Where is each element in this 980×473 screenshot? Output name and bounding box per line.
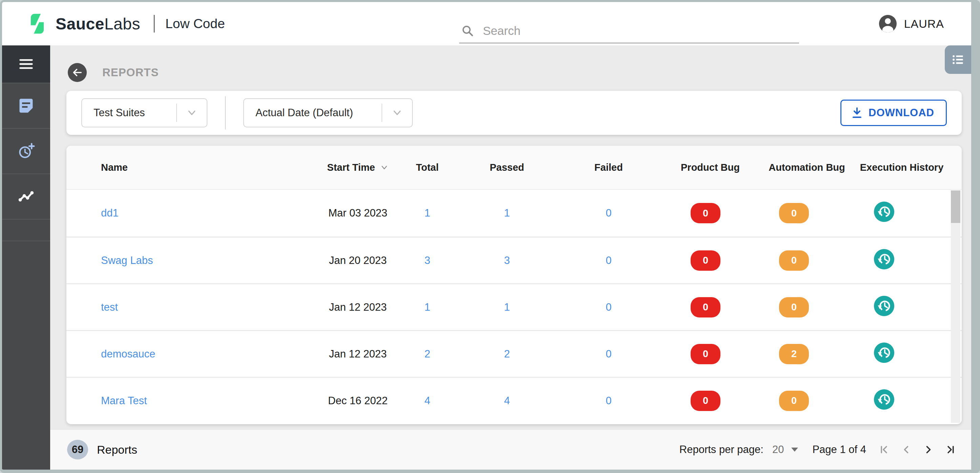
dropdown-arrow-icon bbox=[791, 448, 798, 452]
download-icon bbox=[851, 107, 863, 119]
brand-name: SauceLabs bbox=[56, 14, 140, 33]
history-icon bbox=[873, 342, 895, 363]
product-bug-badge: 0 bbox=[690, 203, 721, 223]
sidebar-item-documents[interactable] bbox=[2, 83, 50, 129]
list-icon bbox=[951, 52, 966, 67]
pagination-controls: Reports per page: 20 Page 1 of 4 bbox=[679, 443, 958, 456]
sidebar-item-schedules[interactable] bbox=[2, 129, 50, 174]
saucelabs-logo-icon bbox=[25, 11, 49, 36]
sort-chevron-icon bbox=[380, 163, 389, 172]
passed-link[interactable]: 1 bbox=[504, 207, 510, 219]
table-body: dd1 Mar 03 2023 1 1 0 0 0 Swag Labs Jan … bbox=[67, 190, 962, 424]
passed-link[interactable]: 2 bbox=[504, 348, 510, 360]
table-row: Swag Labs Jan 20 2023 3 3 0 0 0 bbox=[67, 237, 962, 283]
column-header-automation-bug: Automation Bug bbox=[761, 162, 853, 173]
first-page-button[interactable] bbox=[877, 443, 891, 456]
column-header-execution-history: Execution History bbox=[853, 162, 951, 173]
history-icon bbox=[873, 201, 895, 222]
table-row: Mara Test Dec 16 2022 4 4 0 0 0 bbox=[67, 377, 962, 424]
global-search bbox=[459, 24, 799, 43]
failed-link[interactable]: 0 bbox=[606, 207, 611, 219]
execution-history-button[interactable] bbox=[873, 389, 895, 410]
total-link[interactable]: 4 bbox=[424, 395, 430, 406]
table-footer: 69 Reports Reports per page: 20 Page 1 o… bbox=[50, 430, 971, 470]
scrollbar-thumb[interactable] bbox=[951, 190, 960, 223]
product-bug-badge: 0 bbox=[690, 250, 721, 271]
previous-page-button[interactable] bbox=[899, 443, 913, 456]
brand-name-light: Labs bbox=[104, 15, 140, 33]
date-filter-value: Actual Date (Default) bbox=[244, 107, 382, 119]
per-page-select[interactable]: 20 bbox=[772, 444, 798, 456]
chevron-left-icon bbox=[900, 444, 912, 455]
start-time-value: Dec 16 2022 bbox=[328, 395, 388, 406]
history-icon bbox=[873, 295, 895, 317]
filter-bar: Test Suites Actual Date (Default) bbox=[67, 91, 962, 135]
execution-history-button[interactable] bbox=[873, 295, 895, 317]
automation-bug-badge: 0 bbox=[779, 297, 809, 317]
execution-history-button[interactable] bbox=[873, 249, 895, 270]
product-bug-badge: 0 bbox=[690, 297, 721, 317]
reports-table: Name Start Time Total Passed Failed Prod… bbox=[67, 146, 962, 424]
failed-link[interactable]: 0 bbox=[606, 301, 611, 313]
sidebar-menu-toggle[interactable] bbox=[2, 45, 50, 83]
start-time-value: Mar 03 2023 bbox=[328, 207, 387, 219]
table-row: demosauce Jan 12 2023 2 2 0 0 2 bbox=[67, 330, 962, 377]
arrow-back-icon bbox=[72, 67, 83, 78]
count-badge: 69 bbox=[67, 440, 88, 459]
search-input[interactable] bbox=[482, 24, 770, 38]
download-button[interactable]: DOWNLOAD bbox=[840, 100, 947, 126]
report-name-link[interactable]: dd1 bbox=[101, 207, 119, 219]
app-window: SauceLabs Low Code LAURA bbox=[0, 0, 980, 473]
report-name-link[interactable]: Swag Labs bbox=[101, 255, 153, 266]
chevron-down-icon bbox=[382, 108, 412, 118]
total-link[interactable]: 1 bbox=[424, 301, 430, 313]
list-view-button[interactable] bbox=[945, 45, 971, 74]
history-icon bbox=[873, 389, 895, 410]
execution-history-button[interactable] bbox=[873, 201, 895, 222]
failed-link[interactable]: 0 bbox=[606, 348, 611, 360]
user-menu[interactable]: LAURA bbox=[879, 2, 944, 45]
total-link[interactable]: 1 bbox=[424, 207, 430, 219]
total-link[interactable]: 3 bbox=[424, 255, 430, 266]
hamburger-menu-icon bbox=[17, 55, 35, 73]
date-filter-select[interactable]: Actual Date (Default) bbox=[243, 98, 413, 127]
product-name: Low Code bbox=[165, 16, 225, 31]
failed-link[interactable]: 0 bbox=[606, 395, 611, 406]
column-header-start-time-label: Start Time bbox=[327, 162, 375, 173]
sidebar bbox=[2, 45, 50, 470]
timeline-chart-icon bbox=[17, 188, 35, 205]
passed-link[interactable]: 1 bbox=[504, 301, 510, 313]
passed-link[interactable]: 3 bbox=[504, 255, 510, 266]
execution-history-button[interactable] bbox=[873, 342, 895, 363]
sidebar-spacer bbox=[2, 220, 50, 241]
start-time-value: Jan 20 2023 bbox=[329, 255, 387, 266]
document-icon bbox=[17, 97, 35, 115]
column-header-product-bug: Product Bug bbox=[659, 162, 761, 173]
start-time-value: Jan 12 2023 bbox=[329, 301, 387, 313]
report-name-link[interactable]: demosauce bbox=[101, 348, 155, 360]
report-name-link[interactable]: test bbox=[101, 301, 118, 313]
chevron-right-icon bbox=[923, 444, 934, 455]
sidebar-item-reports[interactable] bbox=[2, 174, 50, 220]
column-header-failed: Failed bbox=[558, 162, 659, 173]
avatar bbox=[879, 15, 897, 32]
passed-link[interactable]: 4 bbox=[504, 395, 510, 406]
clock-plus-icon bbox=[17, 142, 35, 160]
total-link[interactable]: 2 bbox=[424, 348, 430, 360]
table-scrollbar bbox=[951, 190, 960, 423]
reports-count: 69 Reports bbox=[67, 440, 137, 459]
report-name-link[interactable]: Mara Test bbox=[101, 395, 147, 406]
automation-bug-badge: 0 bbox=[779, 203, 809, 223]
column-header-name: Name bbox=[67, 162, 317, 173]
column-header-start-time[interactable]: Start Time bbox=[317, 162, 399, 173]
page-info: Page 1 of 4 bbox=[812, 444, 866, 456]
back-button[interactable] bbox=[68, 63, 87, 82]
brand-divider bbox=[154, 15, 154, 32]
next-page-button[interactable] bbox=[922, 443, 935, 456]
start-time-value: Jan 12 2023 bbox=[329, 348, 387, 360]
last-page-button[interactable] bbox=[944, 443, 958, 456]
failed-link[interactable]: 0 bbox=[606, 255, 611, 266]
first-page-icon bbox=[878, 444, 889, 455]
suite-filter-select[interactable]: Test Suites bbox=[81, 98, 207, 127]
product-bug-badge: 0 bbox=[690, 391, 721, 411]
